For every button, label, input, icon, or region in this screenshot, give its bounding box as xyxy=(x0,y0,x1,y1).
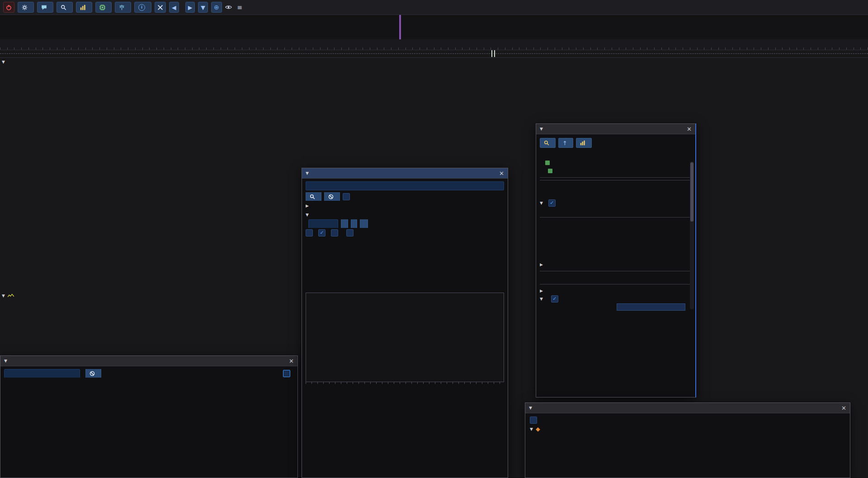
collapse-icon[interactable]: ▼ xyxy=(306,171,309,175)
cumulate-time-checkbox[interactable]: ✓ xyxy=(331,229,338,237)
tools-icon xyxy=(157,5,163,10)
collapse-icon[interactable]: ▼ xyxy=(540,127,543,131)
min-bin-increase-button[interactable] xyxy=(351,219,357,228)
expand-icon[interactable]: ▶ xyxy=(306,204,309,208)
zone-info-window: ▼ ✕ ↑ ▼✓ ▶ xyxy=(536,123,696,398)
find-zone-histogram[interactable] xyxy=(306,293,504,382)
zone-info-titlebar[interactable]: ▼ ✕ xyxy=(536,124,695,134)
frame-marker[interactable] xyxy=(399,15,401,39)
scrollbar-thumb[interactable] xyxy=(690,162,693,222)
source-color-square xyxy=(545,161,550,165)
clear-button[interactable] xyxy=(324,192,340,201)
up-arrow-icon: ↑ xyxy=(562,140,567,147)
time-ruler xyxy=(0,39,868,50)
power-button[interactable] xyxy=(3,2,14,13)
frame-overview-strip[interactable] xyxy=(0,15,868,40)
active-allocations-icon: ◆ xyxy=(536,426,540,432)
tools-button[interactable] xyxy=(155,2,166,13)
find-zone-titlebar[interactable]: ▼ ✕ xyxy=(302,168,508,179)
zoom-to-zone-button[interactable] xyxy=(540,138,556,148)
collapse-icon[interactable]: ▼ xyxy=(529,406,532,410)
statistics-button[interactable] xyxy=(576,138,592,148)
collapse-icon[interactable]: ▼ xyxy=(530,427,533,431)
frame-dash-line xyxy=(0,53,868,54)
thread-color-square xyxy=(548,169,552,173)
wait-regions-header xyxy=(540,207,692,215)
go-to-parent-button[interactable]: ↑ xyxy=(558,138,573,148)
find-zone-button[interactable] xyxy=(57,2,73,13)
collapse-icon[interactable]: ▼ xyxy=(540,297,543,301)
plot-icon xyxy=(8,293,14,298)
ignore-case-checkbox[interactable]: ✓ xyxy=(343,193,350,200)
info-button[interactable]: i xyxy=(134,2,151,13)
zoom-icon xyxy=(544,140,549,146)
histogram-axis-labels xyxy=(306,384,504,391)
histogram-range-row xyxy=(306,391,504,399)
power-icon xyxy=(6,5,12,10)
collapse-icon[interactable]: ▼ xyxy=(2,293,5,298)
statistics-window: ▼ ✕ xyxy=(0,355,298,478)
memory-chip-icon xyxy=(99,5,105,10)
next-frame-button[interactable]: ▶ xyxy=(185,2,195,13)
close-icon[interactable]: ✕ xyxy=(687,126,692,132)
close-icon[interactable]: ✕ xyxy=(499,170,504,176)
filter-zones-input[interactable] xyxy=(4,369,80,378)
info-icon: i xyxy=(138,4,145,11)
search-icon xyxy=(310,194,315,199)
compare-icon xyxy=(119,5,125,10)
stats-option-checkbox[interactable] xyxy=(283,370,290,377)
statistics-button[interactable] xyxy=(76,2,92,13)
memory-titlebar[interactable]: ▼ ✕ xyxy=(525,403,850,413)
statistics-titlebar[interactable]: ▼ ✕ xyxy=(0,356,297,366)
frame-separator xyxy=(494,50,495,57)
bar-chart-icon xyxy=(580,140,585,146)
memory-plot-line xyxy=(0,299,48,347)
cpu-data-section: ▼ xyxy=(0,58,868,66)
crosshair-button[interactable]: ⊕ xyxy=(211,2,222,13)
clear-icon xyxy=(90,371,95,376)
eye-icon xyxy=(225,5,232,10)
close-icon[interactable]: ✕ xyxy=(289,358,294,364)
scrollbar[interactable] xyxy=(690,161,694,309)
collapse-icon[interactable]: ▼ xyxy=(4,359,7,363)
frame-time-indicator xyxy=(225,5,234,10)
collapse-icon[interactable]: ▼ xyxy=(306,213,309,217)
expand-icon[interactable]: ▶ xyxy=(540,262,543,267)
frame-separators-row[interactable] xyxy=(0,50,868,58)
min-bin-input[interactable] xyxy=(308,219,338,228)
allocations-table-header[interactable] xyxy=(525,434,850,442)
find-button[interactable] xyxy=(306,192,321,201)
min-bin-decrease-button[interactable] xyxy=(341,219,348,228)
log-values-checkbox[interactable]: ✓ xyxy=(306,229,313,237)
collapse-icon[interactable]: ▼ xyxy=(540,201,543,205)
restrict-time-checkbox[interactable]: ✓ xyxy=(530,416,537,424)
clear-filter-button[interactable] xyxy=(85,369,101,378)
compare-button[interactable] xyxy=(115,2,131,13)
elapsed-indicator: ≡ xyxy=(237,4,245,11)
time-relative-checkbox[interactable]: ✓ xyxy=(548,199,556,207)
self-time-bar xyxy=(617,303,685,311)
group-children-checkbox[interactable]: ✓ xyxy=(551,295,558,303)
statistics-table-header[interactable] xyxy=(0,378,297,387)
search-input[interactable] xyxy=(306,181,504,190)
search-icon xyxy=(61,5,66,10)
messages-button[interactable] xyxy=(37,2,53,13)
jump-down-button[interactable]: ▼ xyxy=(198,2,208,13)
find-zone-window: ▼ ✕ ✓ ▶ ▼ ✓ ✓ ✓ xyxy=(302,168,508,478)
options-button[interactable] xyxy=(18,2,34,13)
cpu-data-header[interactable]: ▼ xyxy=(0,58,868,66)
expand-icon[interactable]: ▶ xyxy=(540,289,543,293)
menu-icon: ≡ xyxy=(237,4,243,11)
memory-window: ▼ ✕ ✓ ▼ ◆ xyxy=(525,402,850,478)
gear-icon xyxy=(22,5,28,10)
reset-button[interactable] xyxy=(360,219,368,228)
clear-icon xyxy=(328,194,334,199)
close-icon[interactable]: ✕ xyxy=(841,405,846,411)
main-toolbar: i ◀ ▶ ▼ ⊕ ≡ xyxy=(0,0,868,15)
prev-frame-button[interactable]: ◀ xyxy=(169,2,179,13)
self-time-checkbox[interactable]: ✓ xyxy=(346,229,354,237)
collapse-icon[interactable]: ▼ xyxy=(2,60,5,64)
log-time-checkbox[interactable]: ✓ xyxy=(318,229,326,237)
memory-button[interactable] xyxy=(95,2,112,13)
bar-chart-icon xyxy=(80,5,86,10)
